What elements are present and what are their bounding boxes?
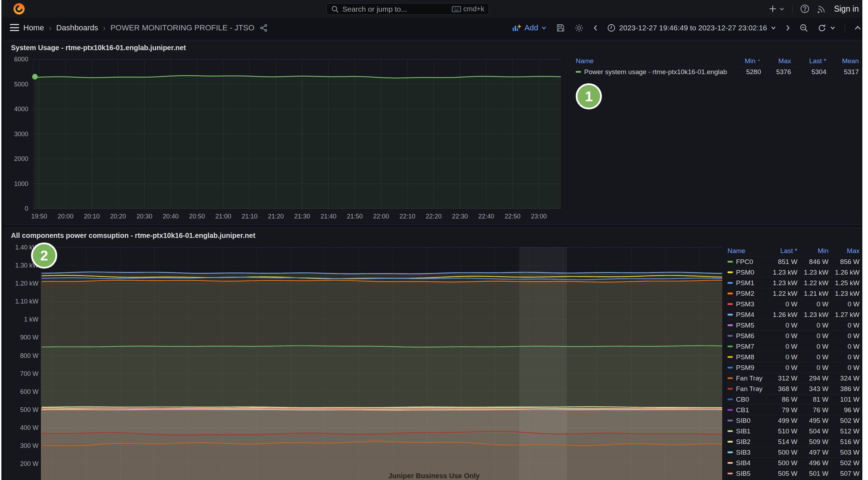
- legend-series-row[interactable]: PSM01.23 kW1.23 kW1.26 kW: [728, 267, 860, 277]
- series-min: 343 W: [797, 385, 828, 393]
- legend-series-row[interactable]: PSM50 W0 W0 W: [728, 320, 860, 330]
- help-icon[interactable]: [800, 4, 809, 13]
- time-back-chevron-icon[interactable]: [593, 24, 598, 31]
- series-max: 386 W: [828, 385, 860, 393]
- legend-header-name[interactable]: Name: [728, 247, 764, 255]
- legend-header-mean[interactable]: Mean: [826, 57, 859, 65]
- save-dashboard-icon[interactable]: [556, 23, 565, 32]
- series-start-point: [32, 74, 38, 79]
- y-tick-label: 200 W: [20, 460, 38, 467]
- legend-series-row[interactable]: PSM60 W0 W0 W: [728, 330, 860, 341]
- breadcrumb-home[interactable]: Home: [23, 23, 44, 32]
- series-name: PSM1: [736, 279, 754, 287]
- legend-series-row[interactable]: SIB1510 W504 W512 W: [728, 426, 860, 436]
- legend-series-row[interactable]: Fan Tray 0312 W294 W324 W: [728, 373, 860, 383]
- sign-in-button[interactable]: Sign in: [834, 4, 859, 14]
- series-last: 0 W: [764, 332, 797, 340]
- search-input[interactable]: Search or jump to... cmd+k: [327, 3, 489, 15]
- share-icon[interactable]: [259, 24, 268, 32]
- legend-series-row[interactable]: PSM11.23 kW1.22 kW1.25 kW: [728, 277, 860, 288]
- series-last: 86 W: [764, 396, 797, 403]
- chevron-down-icon: [771, 26, 776, 30]
- keyboard-icon: [452, 6, 461, 12]
- grafana-logo-icon[interactable]: [13, 2, 25, 15]
- series-max: 503 W: [828, 449, 860, 456]
- series-max: 512 W: [828, 427, 860, 435]
- legend-header-max[interactable]: Max: [761, 57, 791, 65]
- legend-series-row[interactable]: PSM41.26 kW1.23 kW1.27 kW: [728, 309, 860, 320]
- series-min: 294 W: [797, 374, 828, 382]
- y-tick-label: 1000: [14, 180, 28, 187]
- news-rss-icon[interactable]: [817, 4, 826, 13]
- series-color-swatch: [728, 271, 733, 273]
- series-max: 1.27 kW: [828, 311, 860, 319]
- search-placeholder: Search or jump to...: [342, 5, 448, 13]
- series-name: PSM4: [736, 311, 754, 319]
- legend-series-row[interactable]: PSM30 W0 W0 W: [728, 299, 860, 309]
- add-new-button[interactable]: [769, 5, 784, 13]
- legend-series-row[interactable]: SIB0499 W495 W502 W: [728, 415, 860, 426]
- series-name: PSM9: [736, 364, 754, 372]
- x-tick-label: 22:30: [452, 213, 468, 220]
- series-last: 368 W: [764, 385, 797, 393]
- series-max: 856 W: [828, 258, 860, 266]
- series-last: 79 W: [764, 406, 797, 414]
- series-last: 851 W: [764, 258, 797, 266]
- legend-header-min[interactable]: Min⌃: [728, 57, 761, 65]
- time-forward-chevron-icon[interactable]: [785, 24, 790, 31]
- legend-header-last[interactable]: Last *: [764, 247, 797, 255]
- refresh-button[interactable]: [818, 24, 836, 32]
- y-tick-label: 300 W: [20, 442, 38, 449]
- legend-series-row[interactable]: FPC0851 W846 W856 W: [728, 256, 860, 267]
- legend-header-max[interactable]: Max: [828, 247, 860, 255]
- x-tick-label: 21:40: [321, 213, 336, 220]
- legend-series-row[interactable]: PSM90 W0 W0 W: [728, 362, 860, 373]
- collapse-caret-up-icon[interactable]: [854, 25, 861, 30]
- add-panel-icon: [512, 24, 522, 32]
- legend-header-min[interactable]: Min: [797, 247, 828, 255]
- series-name: SIB0: [736, 417, 750, 425]
- series-min: 846 W: [797, 258, 828, 266]
- zoom-out-time-icon[interactable]: [800, 24, 808, 32]
- dashboard-settings-icon[interactable]: [574, 23, 584, 33]
- series-max: 101 W: [828, 396, 860, 403]
- time-range-label: 2023-12-27 19:46:49 to 2023-12-27 23:02:…: [619, 24, 767, 32]
- series-min: 0 W: [797, 332, 828, 340]
- x-tick-label: 22:50: [504, 213, 520, 220]
- annotation-circle-1[interactable]: 1: [576, 83, 602, 109]
- y-tick-label: 900 W: [20, 334, 38, 341]
- page-scrollbar[interactable]: [862, 0, 868, 480]
- annotation-circle-2[interactable]: 2: [31, 242, 57, 269]
- legend-series-row[interactable]: Power system usage - rtme-ptx10k16-01.en…: [576, 66, 859, 77]
- legend-series-row[interactable]: PSM21.22 kW1.21 kW1.23 kW: [728, 288, 860, 299]
- legend-series-row[interactable]: CB086 W81 W101 W: [728, 394, 860, 404]
- series-min: 1.23 kW: [797, 311, 828, 319]
- legend-series-row[interactable]: Fan Tray 1368 W343 W386 W: [728, 383, 860, 394]
- series-max: 1.26 kW: [828, 269, 860, 276]
- series-name: CB0: [736, 396, 749, 403]
- breadcrumb: Home › Dashboards › POWER MONITORING PRO…: [23, 18, 268, 38]
- series-name: PSM5: [736, 322, 754, 329]
- series-last: 500 W: [764, 459, 797, 467]
- breadcrumb-dashboards[interactable]: Dashboards: [56, 23, 98, 32]
- toolbar-right-actions: Add 2023-12-27 19:46: [512, 18, 861, 38]
- series-color-swatch: [728, 367, 733, 368]
- legend-series-row[interactable]: PSM80 W0 W0 W: [728, 352, 860, 362]
- legend-series-row[interactable]: SIB2514 W509 W516 W: [728, 436, 860, 447]
- series-color-swatch: [728, 377, 733, 379]
- add-panel-button[interactable]: Add: [512, 23, 547, 32]
- x-tick-label: 20:00: [58, 213, 73, 220]
- series-color-swatch: [728, 398, 733, 400]
- series-max: 0 W: [828, 300, 860, 308]
- legend-header-name[interactable]: Name: [576, 57, 728, 65]
- nav-right-actions: Sign in: [769, 0, 859, 18]
- legend-series-row[interactable]: SIB4500 W496 W502 W: [728, 457, 860, 468]
- legend-header-last[interactable]: Last *: [791, 57, 826, 65]
- legend-series-row[interactable]: CB179 W76 W96 W: [728, 404, 860, 415]
- series-max: 0 W: [828, 332, 860, 340]
- x-tick-label: 21:50: [347, 213, 363, 220]
- legend-series-row[interactable]: PSM70 W0 W0 W: [728, 341, 860, 352]
- legend-series-row[interactable]: SIB3500 W497 W503 W: [728, 447, 860, 457]
- menu-toggle-icon[interactable]: [10, 24, 19, 31]
- time-range-picker[interactable]: 2023-12-27 19:46:49 to 2023-12-27 23:02:…: [607, 24, 776, 32]
